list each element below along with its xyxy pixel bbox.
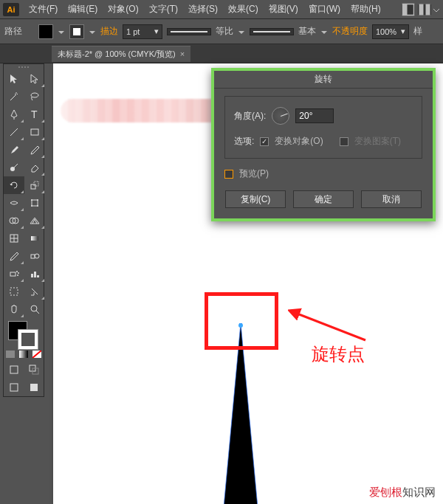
svg-point-26 (18, 272, 19, 274)
svg-rect-2 (419, 4, 424, 15)
variable-width-profile[interactable] (167, 28, 211, 35)
screen-mode-alt-icon[interactable] (24, 379, 44, 396)
blob-brush-tool-icon[interactable] (4, 159, 24, 176)
menu-effect[interactable]: 效果(C) (223, 1, 264, 18)
symbol-sprayer-tool-icon[interactable] (4, 265, 24, 283)
workspace-switcher-icon[interactable] (402, 4, 415, 15)
width-tool-icon[interactable] (4, 194, 24, 212)
fill-dropdown-icon[interactable] (58, 28, 65, 35)
transform-patterns-checkbox[interactable] (340, 137, 348, 146)
menu-bar: Ai 文件(F) 编辑(E) 对象(O) 文字(T) 选择(S) 效果(C) 视… (0, 0, 443, 19)
gradient-mode-icon[interactable] (17, 348, 30, 361)
document-tab-title: 未标题-2* @ 100% (CMYK/预览) (58, 49, 176, 60)
artwork-triangle[interactable] (222, 323, 260, 504)
menu-select[interactable]: 选择(S) (183, 1, 223, 18)
screen-mode-icon[interactable] (4, 379, 24, 396)
mesh-tool-icon[interactable] (4, 229, 24, 247)
brush-definition[interactable] (250, 28, 294, 35)
scale-tool-icon[interactable] (24, 176, 45, 194)
annotation-label: 旋转点 (312, 342, 365, 366)
svg-rect-42 (30, 384, 38, 391)
copy-button[interactable]: 复制(C) (225, 190, 286, 208)
watermark: 爱刨根知识网 (369, 486, 436, 500)
lasso-tool-icon[interactable] (24, 88, 45, 106)
screen-mode-controls (4, 379, 44, 396)
draw-normal-icon[interactable] (4, 361, 24, 379)
menu-type[interactable]: 文字(T) (144, 1, 183, 18)
draw-behind-icon[interactable] (24, 361, 44, 379)
dropdown-caret-icon[interactable] (433, 6, 440, 13)
paintbrush-tool-icon[interactable] (4, 141, 24, 159)
stroke-dropdown-icon[interactable] (89, 28, 96, 35)
menu-object[interactable]: 对象(O) (103, 1, 143, 18)
menu-view[interactable]: 视图(V) (264, 1, 303, 18)
brush-dropdown-icon[interactable] (320, 28, 328, 35)
tools-panel: T (3, 63, 44, 397)
hand-tool-icon[interactable] (4, 300, 24, 318)
canvas-area: 旋转点 爱刨根知识网 旋转 角度(A): 20° 选项: 变换对 (49, 63, 443, 504)
svg-line-33 (36, 311, 39, 314)
profile-dropdown-icon[interactable] (238, 28, 245, 35)
svg-rect-38 (10, 366, 18, 373)
angle-input[interactable]: 20° (295, 108, 334, 123)
artboard-tool-icon[interactable] (4, 283, 24, 300)
menu-file[interactable]: 文件(F) (24, 1, 63, 18)
brush-label: 基本 (298, 25, 316, 38)
close-tab-icon[interactable]: × (180, 49, 185, 58)
blend-tool-icon[interactable] (24, 247, 45, 265)
svg-point-32 (31, 305, 37, 311)
shape-builder-tool-icon[interactable] (4, 212, 24, 229)
opacity-input[interactable]: 100%▾ (372, 24, 409, 39)
transform-objects-checkbox[interactable] (260, 137, 269, 146)
svg-rect-11 (32, 200, 38, 206)
column-graph-tool-icon[interactable] (24, 265, 45, 283)
gradient-tool-icon[interactable] (24, 229, 45, 247)
rotate-tool-icon[interactable] (4, 176, 24, 194)
cancel-button[interactable]: 取消 (361, 190, 422, 208)
direct-selection-tool-icon[interactable] (24, 70, 45, 88)
arrange-documents-icon[interactable] (418, 4, 431, 15)
fill-stroke-control[interactable] (4, 318, 44, 348)
eraser-tool-icon[interactable] (24, 159, 45, 176)
line-segment-tool-icon[interactable] (4, 123, 24, 141)
menu-help[interactable]: 帮助(H) (346, 1, 386, 18)
pencil-tool-icon[interactable] (24, 141, 45, 159)
rectangle-tool-icon[interactable] (24, 123, 45, 141)
control-bar: 路径 描边 1 pt▾ 等比 基本 不透明度 100%▾ 样 (0, 19, 443, 44)
ok-button[interactable]: 确定 (293, 190, 354, 208)
slice-tool-icon[interactable] (24, 283, 45, 300)
color-mode-icon[interactable] (4, 348, 17, 361)
magic-wand-tool-icon[interactable] (4, 88, 24, 106)
stroke-swatch[interactable] (69, 24, 84, 39)
dialog-title[interactable]: 旋转 (214, 71, 433, 89)
profile-label: 等比 (216, 25, 233, 38)
color-mode-controls (4, 348, 44, 361)
opacity-link[interactable]: 不透明度 (332, 25, 368, 38)
svg-point-27 (17, 275, 18, 276)
menu-edit[interactable]: 编辑(E) (63, 1, 103, 18)
stroke-link[interactable]: 描边 (100, 25, 118, 38)
perspective-grid-tool-icon[interactable] (24, 212, 45, 229)
svg-rect-10 (34, 182, 38, 186)
stroke-color-icon[interactable] (18, 330, 38, 349)
angle-dial-icon[interactable] (272, 107, 289, 125)
svg-rect-22 (31, 255, 35, 258)
none-mode-icon[interactable] (30, 348, 44, 361)
svg-point-15 (37, 205, 38, 207)
document-tab[interactable]: 未标题-2* @ 100% (CMYK/预览) × (52, 46, 190, 62)
free-transform-tool-icon[interactable] (24, 194, 45, 212)
zoom-tool-icon[interactable] (24, 300, 45, 318)
stroke-weight-input[interactable]: 1 pt▾ (123, 24, 162, 39)
svg-point-4 (31, 93, 38, 97)
pen-tool-icon[interactable] (4, 106, 24, 123)
eyedropper-tool-icon[interactable] (4, 247, 24, 265)
fill-swatch[interactable] (38, 24, 53, 39)
options-label: 选项: (234, 135, 254, 148)
svg-rect-3 (426, 4, 430, 15)
selection-tool-icon[interactable] (4, 70, 24, 88)
type-tool-icon[interactable]: T (24, 106, 45, 123)
panel-grabber[interactable] (4, 64, 44, 70)
menu-window[interactable]: 窗口(W) (303, 1, 346, 18)
selection-type-label: 路径 (4, 25, 22, 38)
preview-checkbox[interactable] (224, 170, 233, 179)
